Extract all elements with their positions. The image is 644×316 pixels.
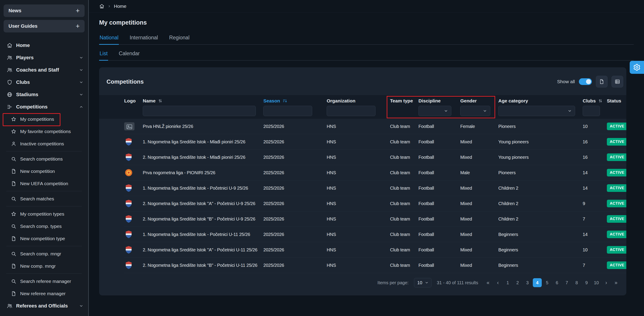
cell-organization: HNS bbox=[327, 139, 390, 144]
sidebar-item-inactive-competitions[interactable]: Inactive competitions bbox=[0, 138, 88, 150]
sidebar-item-search-matches[interactable]: Search matches bbox=[0, 193, 88, 205]
show-all-toggle[interactable] bbox=[579, 78, 592, 85]
filter-gender-select[interactable] bbox=[460, 106, 490, 116]
sidebar-item-competitions[interactable]: Competitions bbox=[0, 101, 88, 113]
sidebar-item-home[interactable]: Home bbox=[0, 39, 88, 51]
sidebar-item-my-favorite-competitions[interactable]: My favorite competitions bbox=[0, 125, 88, 138]
pagination-prev[interactable]: ‹ bbox=[494, 278, 502, 287]
table-row[interactable]: 2. Nogometna liga Središte Istok "A" - P… bbox=[124, 242, 626, 258]
tab-regional[interactable]: Regional bbox=[169, 35, 190, 44]
status-badge: ACTIVE bbox=[607, 123, 626, 130]
sidebar-item-search-comp-types[interactable]: Search comp. types bbox=[0, 220, 88, 232]
pagination-page-3[interactable]: 3 bbox=[523, 278, 532, 287]
pagination-page-10[interactable]: 10 bbox=[592, 278, 601, 287]
cell-status: ACTIVE bbox=[607, 200, 626, 207]
pagination-last[interactable]: » bbox=[612, 278, 620, 287]
sidebar-item-coaches-and-staff[interactable]: Coaches and Staff bbox=[0, 64, 88, 76]
star-icon bbox=[11, 116, 16, 122]
home-icon[interactable] bbox=[99, 3, 104, 9]
pagination-first[interactable]: « bbox=[484, 278, 492, 287]
items-per-page-select[interactable]: 10 bbox=[414, 278, 432, 287]
tab-national[interactable]: National bbox=[99, 35, 119, 44]
column-label: Name bbox=[143, 98, 156, 104]
sidebar-item-search-referee-manager[interactable]: Search referee manager bbox=[0, 275, 88, 287]
cell-discipline: Football bbox=[418, 217, 460, 222]
pagination-page-1[interactable]: 1 bbox=[503, 278, 512, 287]
user-guides-button[interactable]: User Guides + bbox=[4, 20, 84, 32]
filter-season-input[interactable] bbox=[263, 106, 312, 116]
breadcrumb-home[interactable]: Home bbox=[114, 3, 126, 9]
filter-cell-discipline bbox=[418, 106, 460, 116]
cell-logo bbox=[124, 153, 143, 162]
search-icon bbox=[11, 196, 16, 202]
pagination-page-2[interactable]: 2 bbox=[513, 278, 522, 287]
sidebar-item-clubs[interactable]: Clubs bbox=[0, 76, 88, 88]
table-row[interactable]: 2. Nogometna liga Središte Istok "B" - P… bbox=[124, 211, 626, 227]
sidebar-item-label: My competitions bbox=[20, 116, 54, 122]
column-label: Season bbox=[263, 98, 280, 104]
sidebar-item-label: My competition types bbox=[20, 211, 64, 217]
filter-cell-organization bbox=[327, 106, 390, 116]
pagination-page-4[interactable]: 4 bbox=[533, 278, 542, 287]
news-button[interactable]: News + bbox=[4, 4, 84, 17]
sidebar-item-my-competition-types[interactable]: My competition types bbox=[0, 208, 88, 220]
status-badge: ACTIVE bbox=[607, 246, 626, 254]
sidebar-item-players[interactable]: Players bbox=[0, 51, 88, 64]
sidebar-item-stadiums[interactable]: Stadiums bbox=[0, 88, 88, 101]
column-header-clubs[interactable]: Clubs bbox=[583, 98, 607, 104]
column-label: Gender bbox=[460, 98, 477, 104]
sidebar-item-label: Search referee manager bbox=[20, 279, 71, 284]
table-row[interactable]: Prva HNLŽ pionirke 25/262025/2026HNSClub… bbox=[124, 119, 626, 134]
table-row[interactable]: Prva nogometna liga - PIONIRI 25/262025/… bbox=[124, 165, 626, 180]
subtab-calendar[interactable]: Calendar bbox=[118, 50, 140, 60]
sidebar-item-new-competition[interactable]: New competition bbox=[0, 165, 88, 177]
table-header-band: LogoNameSeasonOrganizationTeam typeDisci… bbox=[99, 95, 626, 119]
status-badge: ACTIVE bbox=[607, 231, 626, 238]
column-header-name[interactable]: Name bbox=[143, 98, 263, 104]
chevron-down-icon bbox=[79, 55, 84, 60]
cell-logo bbox=[124, 230, 143, 239]
filter-age-category-select[interactable] bbox=[498, 106, 575, 116]
cell-season: 2025/2026 bbox=[263, 139, 327, 144]
filter-discipline-select[interactable] bbox=[418, 106, 451, 116]
table-row[interactable]: 1. Nogometna liga Središte Istok - Počet… bbox=[124, 180, 626, 196]
sort-both-icon bbox=[158, 98, 163, 103]
tab-international[interactable]: International bbox=[129, 35, 158, 44]
club-crest-icon bbox=[124, 137, 133, 146]
pagination-page-5[interactable]: 5 bbox=[543, 278, 552, 287]
sidebar-item-search-competitions[interactable]: Search competitions bbox=[0, 153, 88, 165]
cell-gender: Mixed bbox=[460, 201, 498, 206]
sidebar-item-new-competition-type[interactable]: New competition type bbox=[0, 232, 88, 245]
filter-clubs-input[interactable] bbox=[583, 106, 600, 116]
table-export-button[interactable] bbox=[612, 76, 623, 87]
settings-button[interactable] bbox=[630, 61, 644, 74]
table-row[interactable]: 1. Nogometna liga Središte Istok - Mlađi… bbox=[124, 134, 626, 150]
cell-age-category: Pioneers bbox=[498, 124, 583, 129]
table-row[interactable]: 2. Nogometna liga Središte Istok - Mlađi… bbox=[124, 150, 626, 165]
table-row[interactable]: 1. Nogometna liga Središte Istok - Počet… bbox=[124, 227, 626, 242]
column-header-season[interactable]: Season bbox=[263, 98, 327, 104]
file-export-button[interactable] bbox=[596, 76, 608, 87]
sidebar-item-label: Inactive competitions bbox=[20, 141, 64, 146]
pagination-page-8[interactable]: 8 bbox=[572, 278, 581, 287]
sidebar-item-referees-and-officials[interactable]: Referees and Officials bbox=[0, 300, 88, 312]
pagination-page-6[interactable]: 6 bbox=[552, 278, 562, 287]
cell-discipline: Football bbox=[418, 263, 460, 268]
sidebar-item-my-competitions[interactable]: My competitions bbox=[0, 113, 88, 125]
pagination-next[interactable]: › bbox=[602, 278, 611, 287]
pagination-page-7[interactable]: 7 bbox=[562, 278, 571, 287]
cell-clubs: 10 bbox=[583, 124, 607, 129]
sidebar-item-new-uefa-competition[interactable]: New UEFA competition bbox=[0, 177, 88, 190]
sidebar-item-label: New competition type bbox=[20, 236, 65, 241]
sidebar-item-new-comp-mngr[interactable]: New comp. mngr bbox=[0, 260, 88, 272]
filter-organization-input[interactable] bbox=[327, 106, 376, 116]
table-row[interactable]: 2. Nogometna liga Središte Istok "B" - P… bbox=[124, 258, 626, 273]
filter-name-input[interactable] bbox=[143, 106, 256, 116]
column-header-organization: Organization bbox=[327, 98, 390, 104]
pagination-page-9[interactable]: 9 bbox=[582, 278, 591, 287]
sidebar-item-search-comp-mngr[interactable]: Search comp. mngr bbox=[0, 248, 88, 260]
subtab-list[interactable]: List bbox=[99, 50, 108, 60]
table-row[interactable]: 2. Nogometna liga Središte Istok "A" - P… bbox=[124, 196, 626, 211]
sidebar-item-new-referee-manager[interactable]: New referee manager bbox=[0, 287, 88, 300]
page-title: My competitions bbox=[99, 19, 634, 26]
